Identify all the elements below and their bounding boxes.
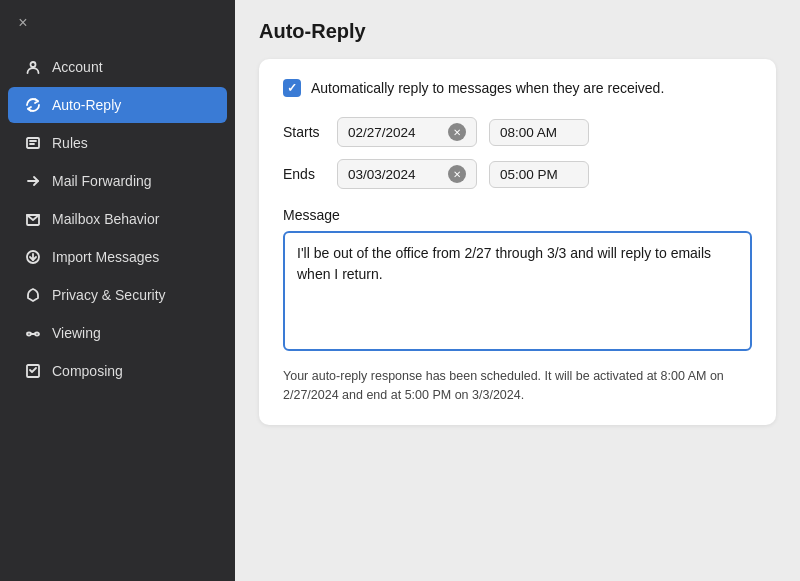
sidebar-nav: Account Auto-Reply Rules Mail Forwarding <box>0 48 235 390</box>
privacy-icon <box>24 286 42 304</box>
starts-date-input[interactable]: 02/27/2024 ✕ <box>337 117 477 147</box>
date-section: Starts 02/27/2024 ✕ 08:00 AM Ends 03/03/… <box>283 117 752 189</box>
viewing-icon <box>24 324 42 342</box>
message-label: Message <box>283 207 752 223</box>
starts-time-input[interactable]: 08:00 AM <box>489 119 589 146</box>
sidebar-item-viewing[interactable]: Viewing <box>8 315 227 351</box>
svg-point-0 <box>31 62 36 67</box>
sidebar-item-auto-reply-label: Auto-Reply <box>52 97 121 113</box>
starts-row: Starts 02/27/2024 ✕ 08:00 AM <box>283 117 752 147</box>
sidebar-item-mail-forwarding-label: Mail Forwarding <box>52 173 152 189</box>
sidebar-item-import-messages-label: Import Messages <box>52 249 159 265</box>
sidebar-item-mail-forwarding[interactable]: Mail Forwarding <box>8 163 227 199</box>
ends-time-value: 05:00 PM <box>500 167 558 182</box>
ends-clear-button[interactable]: ✕ <box>448 165 466 183</box>
ends-row: Ends 03/03/2024 ✕ 05:00 PM <box>283 159 752 189</box>
sidebar-item-mailbox-behavior[interactable]: Mailbox Behavior <box>8 201 227 237</box>
sidebar-item-mailbox-behavior-label: Mailbox Behavior <box>52 211 159 227</box>
starts-date-value: 02/27/2024 <box>348 125 440 140</box>
sidebar-item-composing[interactable]: Composing <box>8 353 227 389</box>
sidebar-item-rules[interactable]: Rules <box>8 125 227 161</box>
ends-time-input[interactable]: 05:00 PM <box>489 161 589 188</box>
sidebar-item-composing-label: Composing <box>52 363 123 379</box>
auto-reply-checkbox-label: Automatically reply to messages when the… <box>311 80 664 96</box>
mail-forwarding-icon <box>24 172 42 190</box>
close-button[interactable]: × <box>12 12 34 34</box>
sidebar-item-auto-reply[interactable]: Auto-Reply <box>8 87 227 123</box>
import-icon <box>24 248 42 266</box>
svg-rect-1 <box>27 138 39 148</box>
starts-clear-button[interactable]: ✕ <box>448 123 466 141</box>
sidebar-item-rules-label: Rules <box>52 135 88 151</box>
composing-icon <box>24 362 42 380</box>
ends-label: Ends <box>283 166 325 182</box>
rules-icon <box>24 134 42 152</box>
starts-time-value: 08:00 AM <box>500 125 557 140</box>
starts-label: Starts <box>283 124 325 140</box>
auto-reply-checkbox[interactable] <box>283 79 301 97</box>
sidebar-item-privacy-security-label: Privacy & Security <box>52 287 166 303</box>
message-textarea[interactable]: I'll be out of the office from 2/27 thro… <box>283 231 752 351</box>
account-icon <box>24 58 42 76</box>
content-card: Automatically reply to messages when the… <box>259 59 776 425</box>
ends-date-value: 03/03/2024 <box>348 167 440 182</box>
auto-reply-icon <box>24 96 42 114</box>
sidebar-item-viewing-label: Viewing <box>52 325 101 341</box>
ends-date-input[interactable]: 03/03/2024 ✕ <box>337 159 477 189</box>
main-content: Auto-Reply Automatically reply to messag… <box>235 0 800 581</box>
sidebar: × Account Auto-Reply Rules <box>0 0 235 581</box>
page-title: Auto-Reply <box>259 20 776 43</box>
sidebar-item-privacy-security[interactable]: Privacy & Security <box>8 277 227 313</box>
mailbox-icon <box>24 210 42 228</box>
sidebar-item-account[interactable]: Account <box>8 49 227 85</box>
sidebar-item-account-label: Account <box>52 59 103 75</box>
status-text: Your auto-reply response has been schedu… <box>283 367 752 405</box>
auto-reply-checkbox-row: Automatically reply to messages when the… <box>283 79 752 97</box>
sidebar-item-import-messages[interactable]: Import Messages <box>8 239 227 275</box>
